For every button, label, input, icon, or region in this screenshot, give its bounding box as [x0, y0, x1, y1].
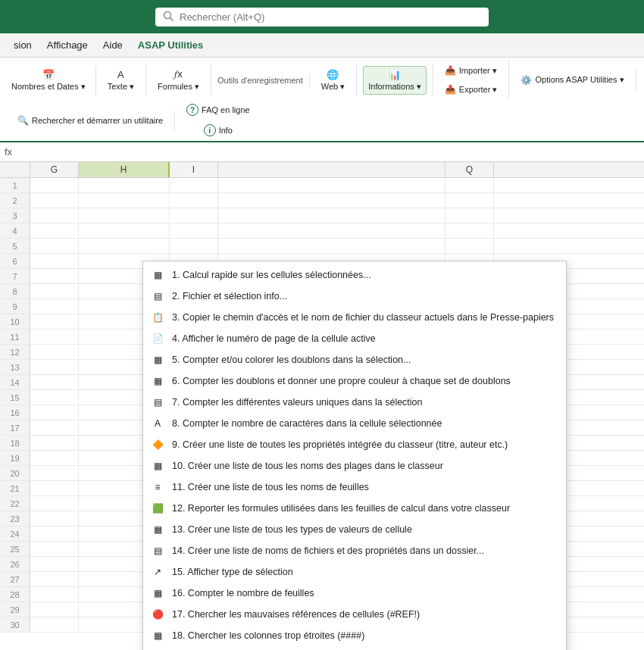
dropdown-item-icon: 🔶: [149, 438, 166, 452]
table-row: 3: [0, 208, 644, 223]
dropdown-item-icon: ▤: [149, 395, 166, 409]
dropdown-item[interactable]: ▦ 5. Compter et/ou colorer les doublons …: [143, 349, 566, 370]
col-header-blank: [218, 162, 445, 177]
svg-line-1: [170, 17, 174, 20]
ribbon-btn-texte[interactable]: A Texte ▾: [102, 66, 139, 95]
dropdown-item-label: 6. Compter les doublons et donner une pr…: [172, 376, 511, 386]
dropdown-item[interactable]: ▦ 10. Créer une liste de tous les noms d…: [143, 455, 566, 477]
ribbon-btn-options[interactable]: ⚙️ Options ASAP Utilities ▾: [515, 72, 629, 89]
dropdown-item-label: 4. Afficher le numéro de page de la cell…: [172, 333, 376, 344]
ribbon-btn-faq[interactable]: ? FAQ en ligne: [181, 101, 255, 119]
dropdown-item-icon: ▦: [149, 459, 166, 473]
ribbon-btn-info[interactable]: i Info: [181, 121, 255, 139]
dropdown-item[interactable]: ▦ 16. Compter le nombre de feuilles: [143, 583, 566, 604]
dropdown-item-icon: A: [149, 417, 166, 430]
ribbon-btn-nombres-dates[interactable]: 📅 Nombres et Dates ▾: [6, 66, 91, 95]
ribbon-btn-web[interactable]: 🌐 Web ▾: [316, 66, 350, 95]
dropdown-item-icon: ▦: [149, 629, 166, 642]
ribbon-btn-formules[interactable]: 𝑓x Formules ▾: [152, 65, 205, 95]
outils-label: Outils d'enregistrement: [217, 76, 303, 85]
dropdown-item-icon: ▦: [149, 374, 166, 388]
menu-item-sion[interactable]: sion: [6, 35, 39, 55]
dropdown-item[interactable]: ▦ 18. Chercher les colonnes trop étroite…: [143, 625, 566, 646]
dropdown-item[interactable]: ▤ 7. Compter les différentes valeurs uni…: [143, 392, 566, 413]
ribbon: 📅 Nombres et Dates ▾ A Texte ▾ 𝑓x Formul…: [0, 58, 644, 142]
dropdown-item-icon: ≡: [149, 480, 166, 494]
dropdown-item-label: 16. Compter le nombre de feuilles: [172, 588, 314, 598]
table-row: 2: [0, 193, 644, 208]
table-row: 1: [0, 178, 644, 193]
dropdown-item-label: 10. Créer une liste de tous les noms des…: [172, 461, 443, 471]
menu-item-affichage[interactable]: Affichage: [39, 35, 95, 55]
dropdown-item-label: 14. Créer une liste de noms de fichiers …: [172, 545, 484, 556]
dropdown-item[interactable]: 📄 4. Afficher le numéro de page de la ce…: [143, 328, 566, 349]
dropdown-menu: ▦ 1. Calcul rapide sur les cellules séle…: [142, 261, 567, 650]
dropdown-item[interactable]: ▦ 1. Calcul rapide sur les cellules séle…: [143, 264, 566, 286]
dropdown-item[interactable]: ≡ 11. Créer une liste de tous les noms d…: [143, 477, 566, 498]
col-header-h: H: [79, 162, 170, 177]
ribbon-btn-informations[interactable]: 📊 Informations ▾: [363, 66, 427, 95]
dropdown-item[interactable]: 🟩 12. Reporter les formules utilisées da…: [143, 498, 566, 519]
dropdown-item-label: 13. Créer une liste de tous les types de…: [172, 524, 412, 535]
ribbon-btn-exporter[interactable]: 📤 Exporter ▾: [439, 81, 503, 98]
formula-icon: fx: [5, 146, 12, 158]
ribbon-btn-importer[interactable]: 📥 Importer ▾: [439, 62, 502, 79]
search-input[interactable]: [180, 11, 481, 23]
dropdown-item-label: 18. Chercher les colonnes trop étroites …: [172, 630, 364, 641]
ribbon-btn-rechercher[interactable]: 🔍 Rechercher et démarrer un utilitaire: [12, 112, 168, 129]
menu-bar: sion Affichage Aide ASAP Utilities: [0, 33, 644, 58]
menu-item-asap[interactable]: ASAP Utilities: [130, 35, 211, 55]
dropdown-item-label: 11. Créer une liste de tous les noms de …: [172, 482, 369, 492]
dropdown-item[interactable]: ▦ 19. Afficher votre résolution d'écran: [143, 646, 566, 650]
table-row: 5: [0, 239, 644, 254]
below-ribbon: fx G H I Q 1 2 3 4 5 6: [0, 142, 644, 633]
dropdown-item-label: 12. Reporter les formules utilisées dans…: [172, 503, 510, 514]
formula-bar: fx: [0, 142, 644, 162]
dropdown-item-label: 8. Compter le nombre de caractères dans …: [172, 418, 442, 429]
col-header-g: G: [30, 162, 79, 177]
dropdown-item-icon: ▦: [149, 523, 166, 536]
dropdown-item-icon: ▦: [149, 353, 166, 367]
dropdown-item-label: 17. Chercher les mauvaises références de…: [172, 609, 420, 620]
dropdown-item[interactable]: ▦ 6. Compter les doublons et donner une …: [143, 370, 566, 392]
dropdown-item-icon: 🟩: [149, 502, 166, 515]
dropdown-item-label: 7. Compter les différentes valeurs uniqu…: [172, 397, 423, 408]
dropdown-item[interactable]: 🔶 9. Créer une liste de toutes les propr…: [143, 434, 566, 455]
dropdown-item-label: 5. Compter et/ou colorer les doublons da…: [172, 355, 411, 365]
col-headers: G H I Q: [0, 162, 644, 178]
dropdown-item-icon: ↗: [149, 565, 166, 579]
dropdown-item-label: 15. Afficher type de sélection: [172, 567, 293, 577]
dropdown-item[interactable]: ▤ 2. Fichier et sélection info...: [143, 286, 566, 307]
dropdown-item-label: 9. Créer une liste de toutes les proprié…: [172, 439, 508, 450]
dropdown-item-icon: ▦: [149, 586, 166, 600]
dropdown-item[interactable]: 🔴 17. Chercher les mauvaises références …: [143, 604, 566, 625]
dropdown-item[interactable]: ▤ 14. Créer une liste de noms de fichier…: [143, 540, 566, 561]
search-icon: [163, 11, 174, 23]
dropdown-item-icon: 📋: [149, 311, 166, 324]
dropdown-item-icon: 🔴: [149, 608, 166, 621]
dropdown-item-icon: ▤: [149, 289, 166, 303]
dropdown-item[interactable]: 📋 3. Copier le chemin d'accès et le nom …: [143, 307, 566, 328]
dropdown-item-label: 3. Copier le chemin d'accès et le nom de…: [172, 312, 554, 323]
table-row: 4: [0, 223, 644, 239]
col-header-i: I: [170, 162, 218, 177]
dropdown-item-icon: ▦: [149, 268, 166, 282]
dropdown-item-label: 2. Fichier et sélection info...: [172, 291, 287, 302]
dropdown-item[interactable]: ↗ 15. Afficher type de sélection: [143, 561, 566, 583]
col-header-q: Q: [445, 162, 494, 177]
dropdown-item[interactable]: A 8. Compter le nombre de caractères dan…: [143, 413, 566, 434]
dropdown-item[interactable]: ▦ 13. Créer une liste de tous les types …: [143, 519, 566, 540]
menu-item-aide[interactable]: Aide: [95, 35, 130, 55]
search-bar: [0, 0, 644, 33]
dropdown-item-label: 1. Calcul rapide sur les cellules sélect…: [172, 270, 371, 280]
search-input-wrap[interactable]: [155, 8, 489, 27]
dropdown-item-icon: 📄: [149, 332, 166, 345]
dropdown-item-icon: ▤: [149, 544, 166, 558]
